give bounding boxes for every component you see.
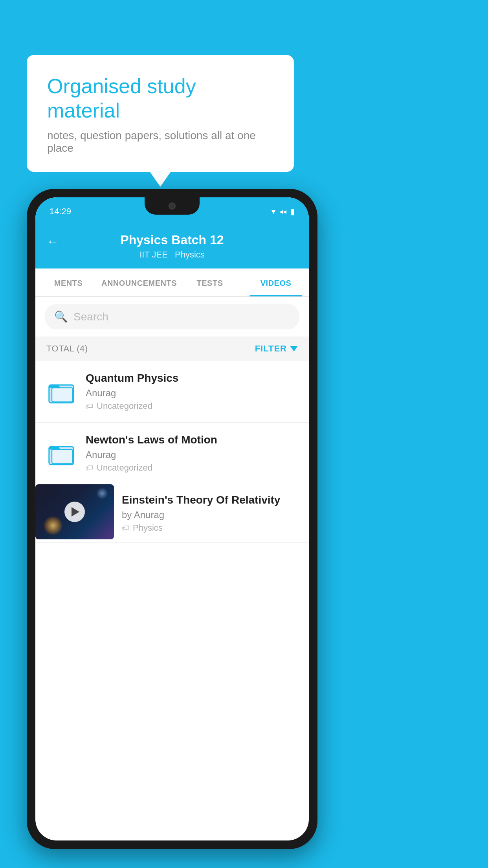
play-button[interactable] — [64, 502, 85, 522]
status-time: 14:29 — [50, 206, 71, 217]
folder-icon — [45, 375, 78, 408]
app-header: ← Physics Batch 12 IIT JEE Physics — [35, 226, 309, 268]
tab-announcements[interactable]: ANNOUNCEMENTS — [101, 268, 177, 296]
filter-button[interactable]: FILTER — [255, 344, 298, 354]
video-title: Einstein's Theory Of Relativity — [122, 494, 299, 506]
video-info: Einstein's Theory Of Relativity by Anura… — [122, 484, 299, 542]
subtitle-iitjee: IIT JEE — [139, 250, 168, 260]
tag-icon: 🏷 — [86, 463, 94, 473]
video-author: Anurag — [86, 388, 299, 399]
svg-rect-1 — [52, 388, 73, 402]
tabs-bar: MENTS ANNOUNCEMENTS TESTS VIDEOS — [35, 268, 309, 297]
phone-mockup: 14:29 ▾ ◂◂ ▮ ← Physics Batch 12 IIT JEE … — [27, 189, 317, 849]
filter-icon — [290, 346, 298, 351]
battery-icon: ▮ — [290, 207, 295, 216]
tag-icon: 🏷 — [122, 524, 130, 533]
video-list: Quantum Physics Anurag 🏷 Uncategorized — [35, 361, 309, 543]
status-bar: 14:29 ▾ ◂◂ ▮ — [35, 197, 309, 226]
video-author: Anurag — [86, 449, 299, 460]
search-bar-container: 🔍 Search — [35, 297, 309, 337]
wifi-icon: ▾ — [272, 207, 275, 216]
total-count: TOTAL (4) — [46, 344, 88, 354]
video-thumbnail — [35, 484, 114, 539]
filter-bar: TOTAL (4) FILTER — [35, 337, 309, 361]
tab-videos[interactable]: VIDEOS — [243, 268, 309, 296]
phone-screen: 14:29 ▾ ◂◂ ▮ ← Physics Batch 12 IIT JEE … — [35, 197, 309, 840]
filter-label: FILTER — [255, 344, 287, 354]
tab-tests[interactable]: TESTS — [177, 268, 243, 296]
video-tag: 🏷 Physics — [122, 523, 299, 533]
speech-bubble-title: Organised study material — [47, 74, 273, 123]
space-glow-2 — [96, 487, 108, 499]
subtitle-physics: Physics — [175, 250, 205, 260]
status-icons: ▾ ◂◂ ▮ — [272, 207, 295, 216]
speech-bubble-subtitle: notes, question papers, solutions all at… — [47, 129, 273, 154]
tag-label: Uncategorized — [97, 401, 152, 411]
video-title: Newton's Laws of Motion — [86, 434, 299, 446]
tag-icon: 🏷 — [86, 402, 94, 411]
list-item[interactable]: Newton's Laws of Motion Anurag 🏷 Uncateg… — [35, 423, 309, 484]
search-bar[interactable]: 🔍 Search — [45, 304, 299, 329]
space-glow — [43, 516, 63, 535]
svg-rect-3 — [52, 449, 73, 463]
list-item[interactable]: Quantum Physics Anurag 🏷 Uncategorized — [35, 361, 309, 423]
header-subtitle: IIT JEE Physics — [139, 250, 205, 260]
phone-outer: 14:29 ▾ ◂◂ ▮ ← Physics Batch 12 IIT JEE … — [27, 189, 317, 849]
camera-dot — [169, 202, 176, 210]
tab-ments[interactable]: MENTS — [35, 268, 101, 296]
speech-bubble: Organised study material notes, question… — [27, 55, 294, 172]
search-input[interactable]: Search — [73, 311, 108, 323]
tag-label: Physics — [133, 523, 163, 533]
back-button[interactable]: ← — [46, 234, 59, 249]
notch — [145, 197, 200, 215]
folder-icon — [45, 437, 78, 470]
video-author: by Anurag — [122, 509, 299, 520]
tag-label: Uncategorized — [97, 463, 152, 473]
video-tag: 🏷 Uncategorized — [86, 401, 299, 411]
video-tag: 🏷 Uncategorized — [86, 463, 299, 473]
video-info: Newton's Laws of Motion Anurag 🏷 Uncateg… — [86, 434, 299, 473]
list-item[interactable]: Einstein's Theory Of Relativity by Anura… — [35, 484, 309, 543]
page-title: Physics Batch 12 — [120, 233, 224, 247]
search-icon: 🔍 — [54, 310, 68, 323]
signal-icon: ◂◂ — [279, 207, 286, 216]
speech-bubble-container: Organised study material notes, question… — [27, 55, 294, 172]
video-info: Quantum Physics Anurag 🏷 Uncategorized — [86, 372, 299, 411]
play-icon — [72, 507, 79, 517]
video-title: Quantum Physics — [86, 372, 299, 384]
